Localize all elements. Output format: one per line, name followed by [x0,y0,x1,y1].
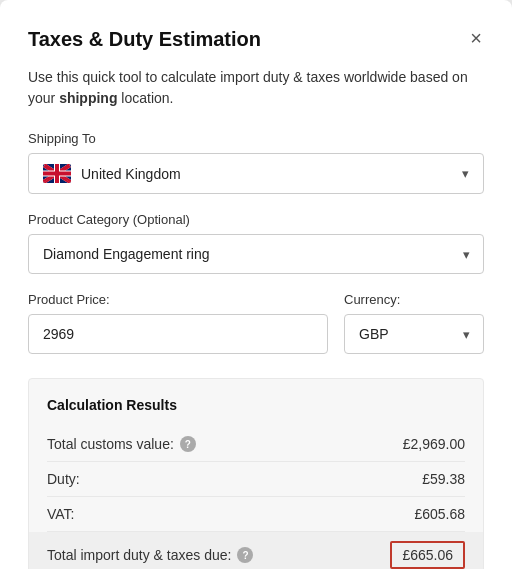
modal-title: Taxes & Duty Estimation [28,28,261,51]
vat-label: VAT: [47,506,75,522]
duty-text: Duty: [47,471,80,487]
currency-select[interactable]: GBP USD EUR AUD [344,314,484,354]
total-label: Total import duty & taxes due: ? [47,547,253,563]
customs-value-help-icon[interactable]: ? [180,436,196,452]
product-price-col: Product Price: [28,292,328,354]
product-category-label: Product Category (Optional) [28,212,484,227]
customs-value-label: Total customs value: ? [47,436,196,452]
uk-flag-icon [43,164,71,183]
description-bold: shipping [59,90,117,106]
shipping-selected-value: United Kingdom [81,166,462,182]
duty-row: Duty: £59.38 [47,462,465,497]
currency-field[interactable]: GBP USD EUR AUD ▾ [344,314,484,354]
vat-text: VAT: [47,506,75,522]
customs-value-text: Total customs value: [47,436,174,452]
shipping-label: Shipping To [28,131,484,146]
taxes-duty-modal: Taxes & Duty Estimation × Use this quick… [0,0,512,569]
description-text-end: location. [117,90,173,106]
duty-label: Duty: [47,471,80,487]
vat-amount: £605.68 [414,506,465,522]
vat-row: VAT: £605.68 [47,497,465,532]
results-box: Calculation Results Total customs value:… [28,378,484,569]
results-title: Calculation Results [47,397,465,413]
duty-amount: £59.38 [422,471,465,487]
modal-header: Taxes & Duty Estimation × [28,28,484,51]
shipping-chevron-icon: ▾ [462,166,469,181]
product-category-field[interactable]: Diamond Engagement ring Watch Jewellery … [28,234,484,274]
price-currency-row: Product Price: Currency: GBP USD EUR AUD… [28,292,484,354]
currency-col: Currency: GBP USD EUR AUD ▾ [344,292,484,354]
customs-value-amount: £2,969.00 [403,436,465,452]
product-category-select[interactable]: Diamond Engagement ring Watch Jewellery … [28,234,484,274]
shipping-to-field[interactable]: United Kingdom ▾ [28,153,484,194]
total-help-icon[interactable]: ? [237,547,253,563]
currency-label: Currency: [344,292,484,307]
product-price-label: Product Price: [28,292,328,307]
total-amount: £665.06 [390,541,465,569]
description: Use this quick tool to calculate import … [28,67,484,109]
product-price-input[interactable] [28,314,328,354]
total-row: Total import duty & taxes due: ? £665.06 [29,532,483,569]
svg-rect-12 [43,172,71,176]
total-text: Total import duty & taxes due: [47,547,231,563]
shipping-select-inner[interactable]: United Kingdom ▾ [28,153,484,194]
customs-value-row: Total customs value: ? £2,969.00 [47,427,465,462]
close-button[interactable]: × [468,28,484,48]
